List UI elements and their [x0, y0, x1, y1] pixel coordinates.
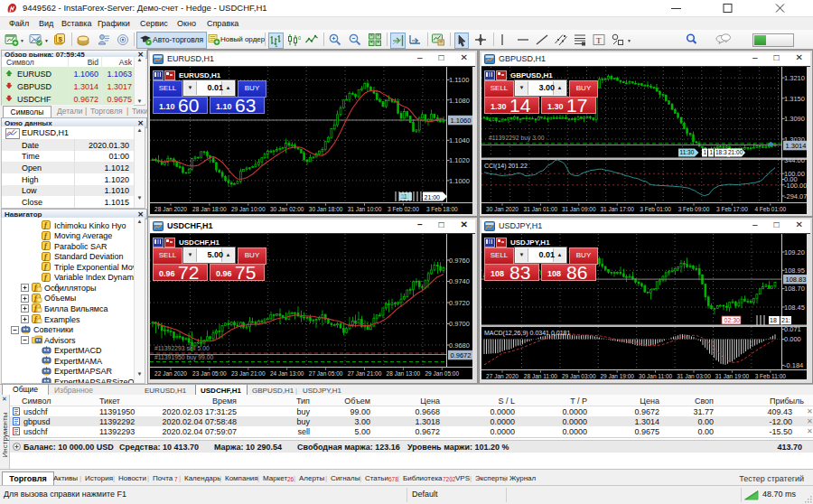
svg-text:28 Jan 18:00: 28 Jan 18:00	[192, 206, 227, 212]
svg-text:22 Jan 2020: 22 Jan 2020	[154, 370, 187, 377]
svg-text:28 Jan 2020: 28 Jan 2020	[154, 206, 187, 212]
svg-text:28 Jan 13:00: 28 Jan 13:00	[387, 370, 421, 377]
svg-text:0.9720: 0.9720	[449, 299, 470, 307]
svg-text:21:: 21:	[781, 317, 790, 323]
svg-text:29 Jan 03:00: 29 Jan 03:00	[562, 373, 596, 379]
svg-text:21:00: 21:00	[425, 194, 441, 201]
svg-text:CCI(14) 201.22: CCI(14) 201.22	[484, 163, 528, 170]
svg-text:3 Feb 17:00: 3 Feb 17:00	[716, 206, 748, 212]
svg-text:1.1100: 1.1100	[449, 76, 469, 84]
svg-text:31 Jan 09:00: 31 Jan 09:00	[562, 206, 596, 212]
svg-text:23 Jan 05:00: 23 Jan 05:00	[192, 370, 227, 377]
svg-text:29 Jan 19:00: 29 Jan 19:00	[600, 373, 634, 379]
svg-text:31 Jan 19:00: 31 Jan 19:00	[715, 373, 750, 379]
svg-text:27 Jan 2020: 27 Jan 2020	[486, 373, 519, 379]
svg-text:31 Jan 17:00: 31 Jan 17:00	[600, 206, 634, 212]
svg-text:1.1040: 1.1040	[449, 136, 470, 145]
svg-text:29 Jan 10:00: 29 Jan 10:00	[231, 206, 266, 212]
svg-text:31 Jan 01:00: 31 Jan 01:00	[524, 206, 558, 212]
svg-text:18: 18	[770, 317, 777, 323]
svg-text:3 Feb 18:00: 3 Feb 18:00	[426, 206, 458, 212]
svg-text:27 Jan 05:00: 27 Jan 05:00	[309, 370, 343, 377]
svg-text:30 Jan 02:00: 30 Jan 02:00	[270, 206, 304, 212]
svg-text:108.45: 108.45	[784, 303, 805, 312]
svg-text:0.9680: 0.9680	[449, 341, 470, 350]
svg-text:3 Feb 02:00: 3 Feb 02:00	[388, 206, 419, 212]
svg-text:0.9672: 0.9672	[451, 351, 472, 359]
svg-text:1.1080: 1.1080	[449, 97, 470, 105]
svg-text:30 Jan 11:00: 30 Jan 11:00	[639, 373, 672, 379]
svg-text:4 Feb 01:00: 4 Feb 01:00	[754, 206, 786, 212]
svg-text:1.3150: 1.3150	[784, 95, 805, 103]
svg-text:11:30: 11:30	[680, 149, 695, 155]
svg-text:30 Jan 2020: 30 Jan 2020	[486, 206, 519, 212]
svg-text:31 Jan 10:00: 31 Jan 10:00	[348, 206, 382, 212]
svg-text:02:30: 02:30	[724, 317, 741, 323]
svg-text:108.70: 108.70	[784, 285, 805, 293]
svg-text:108.83: 108.83	[786, 275, 807, 284]
svg-text:3 Feb 11:00: 3 Feb 11:00	[755, 373, 787, 379]
svg-text:1.1060: 1.1060	[451, 117, 472, 125]
svg-text:21:00: 21:00	[728, 149, 743, 155]
svg-text:1.1000: 1.1000	[449, 177, 470, 185]
svg-text:1: 1	[710, 149, 714, 155]
svg-text:1.3210: 1.3210	[784, 74, 805, 82]
svg-text:0.9760: 0.9760	[449, 257, 470, 265]
svg-text:23 Jan 21:00: 23 Jan 21:00	[231, 370, 266, 377]
svg-text:1.1020: 1.1020	[449, 156, 470, 164]
svg-text:0.071: 0.071	[784, 325, 801, 333]
svg-text:27 Jan 21:00: 27 Jan 21:00	[348, 370, 382, 377]
svg-text:24 Jan 13:00: 24 Jan 13:00	[270, 370, 304, 377]
svg-text:1.3090: 1.3090	[784, 115, 805, 123]
svg-text:108.95: 108.95	[784, 266, 805, 275]
svg-text:#11391950 buy 99.00: #11391950 buy 99.00	[154, 354, 213, 361]
svg-text:31 Jan 03:00: 31 Jan 03:00	[677, 373, 711, 379]
svg-text:3 Feb 09:00: 3 Feb 09:00	[678, 206, 710, 212]
svg-text:30 Jan 18:00: 30 Jan 18:00	[309, 206, 343, 212]
svg-text:$: $	[59, 34, 63, 42]
svg-text:-0.184: -0.184	[784, 361, 803, 369]
svg-text:0.000: 0.000	[784, 335, 801, 343]
svg-text:1: 1	[275, 42, 278, 48]
svg-text:1: 1	[704, 149, 707, 155]
svg-text:0: 0	[298, 35, 301, 41]
svg-text:-100.00: -100.00	[784, 182, 807, 190]
svg-text:#11392293 sell 5.00: #11392293 sell 5.00	[154, 345, 210, 351]
svg-text:344.00: 344.00	[784, 156, 805, 164]
svg-text:28 Jan 11:00: 28 Jan 11:00	[524, 373, 557, 379]
svg-text:0.9700: 0.9700	[449, 320, 470, 328]
svg-text:MACD(12,26,9) 0.0341 0.0181: MACD(12,26,9) 0.0341 0.0181	[484, 330, 570, 337]
svg-text:#11392292 buy 3.00: #11392292 buy 3.00	[489, 135, 545, 142]
svg-text:3 Feb 01:00: 3 Feb 01:00	[640, 206, 671, 212]
svg-text:1.3014: 1.3014	[786, 142, 807, 150]
svg-text:-294.07: -294.07	[784, 192, 807, 201]
svg-text:T: T	[596, 35, 602, 44]
svg-text:29 Jan 05:00: 29 Jan 05:00	[425, 370, 460, 377]
svg-text:109.20: 109.20	[784, 248, 805, 257]
svg-text:0.9740: 0.9740	[449, 277, 470, 285]
